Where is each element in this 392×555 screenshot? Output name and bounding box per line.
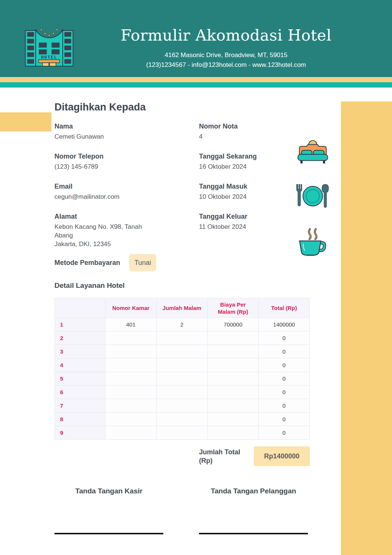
field-invoice-no: Nomor Nota 4 [199, 122, 310, 141]
col-header-total: Total (Rp) [259, 298, 310, 318]
table-cell-room[interactable] [106, 426, 157, 440]
cashier-signature-line [54, 533, 163, 534]
form-header: HOTEL Formulir Akomodasi Hotel 4162 Maso… [0, 0, 392, 77]
cashier-signature-block: Tanda Tangan Kasir [54, 487, 163, 534]
col-header-index [55, 298, 106, 318]
table-cell-nights[interactable] [157, 358, 208, 372]
payment-method-badge[interactable]: Tunai [129, 254, 156, 271]
grand-total-row: Jumlah Total (Rp) Rp1400000 [199, 446, 310, 466]
date-out-value: 11 Oktober 2024 [199, 222, 310, 231]
col-header-rate: Biaya Per Malam (Rp) [208, 298, 259, 318]
table-row: 3 0 [55, 345, 310, 358]
table-cell-rate[interactable] [208, 345, 259, 358]
services-table: Nomor Kamar Jumlah Malam Biaya Per Malam… [54, 298, 310, 440]
invoice-no-value: 4 [199, 132, 310, 141]
date-today-label: Tanggal Sekarang [199, 152, 310, 160]
hotel-accommodation-form: HOTEL Formulir Akomodasi Hotel 4162 Maso… [0, 0, 392, 555]
services-section-title: Detail Layanan Hotel [54, 281, 310, 290]
table-cell-rate[interactable] [208, 331, 259, 345]
date-in-label: Tanggal Masuk [199, 182, 310, 191]
logo-sign-text: HOTEL [41, 55, 57, 60]
field-address: Alamat Kebon Kacang No. X98, Tanah Abang… [54, 212, 199, 248]
row-number: 6 [55, 386, 106, 399]
row-number: 9 [55, 426, 106, 440]
table-cell-rate[interactable] [208, 358, 259, 372]
table-cell-rate[interactable] [208, 413, 259, 426]
table-cell-room[interactable] [106, 345, 157, 358]
table-cell-total: 0 [259, 345, 310, 358]
table-row: 6 0 [55, 386, 310, 399]
table-row: 5 0 [55, 372, 310, 386]
table-cell-room[interactable] [106, 331, 157, 345]
table-cell-rate[interactable] [208, 386, 259, 399]
table-cell-room[interactable] [106, 413, 157, 426]
table-cell-total: 0 [259, 426, 310, 440]
table-cell-total: 0 [259, 358, 310, 372]
field-date-in: Tanggal Masuk 10 Oktober 2024 [199, 182, 310, 201]
table-header-row: Nomor Kamar Jumlah Malam Biaya Per Malam… [55, 298, 310, 318]
address-value-line2: Jakarta, DKI, 12345 [54, 240, 157, 248]
right-accent-band [341, 101, 392, 555]
table-cell-rate[interactable] [208, 372, 259, 386]
table-cell-total: 0 [259, 331, 310, 345]
table-cell-rate[interactable] [208, 426, 259, 440]
divider-yellow [0, 77, 392, 82]
email-label: Email [54, 182, 199, 191]
customer-signature-line [199, 533, 308, 534]
table-cell-rate[interactable] [208, 399, 259, 413]
hotel-address: 4162 Masonic Drive, Broadview, MT, 59015 [60, 50, 392, 60]
customer-signature-block: Tanda Tangan Pelanggan [199, 487, 308, 534]
table-cell-total: 0 [259, 372, 310, 386]
table-cell-room[interactable] [106, 399, 157, 413]
page-title: Formulir Akomodasi Hotel [60, 26, 392, 44]
row-number: 8 [55, 413, 106, 426]
table-cell-room[interactable]: 401 [106, 318, 157, 331]
email-value: cegun@mailinator.com [54, 192, 199, 201]
table-cell-nights[interactable] [157, 413, 208, 426]
phone-label: Nomor Telepon [54, 152, 199, 160]
table-cell-nights[interactable] [157, 399, 208, 413]
col-header-room: Nomor Kamar [106, 298, 157, 318]
table-cell-nights[interactable] [157, 386, 208, 399]
field-date-out: Tanggal Keluar 11 Oktober 2024 [199, 212, 310, 248]
table-row: 1 401 2 700000 1400000 [55, 318, 310, 331]
row-number: 4 [55, 358, 106, 372]
table-cell-room[interactable] [106, 386, 157, 399]
field-email: Email cegun@mailinator.com [54, 182, 199, 201]
address-label: Alamat [54, 212, 199, 221]
table-cell-room[interactable] [106, 372, 157, 386]
table-row: 9 0 [55, 426, 310, 440]
row-number: 2 [55, 331, 106, 345]
col-header-nights: Jumlah Malam [157, 298, 208, 318]
table-cell-room[interactable] [106, 358, 157, 372]
table-row: 2 0 [55, 331, 310, 345]
address-value: Kebon Kacang No. X98, Tanah Abang Jakart… [54, 222, 157, 248]
row-number: 3 [55, 345, 106, 358]
row-number: 7 [55, 399, 106, 413]
date-today-value: 16 Oktober 2024 [199, 162, 310, 171]
row-number: 5 [55, 372, 106, 386]
customer-signature-label: Tanda Tangan Pelanggan [199, 487, 308, 495]
field-date-today: Tanggal Sekarang 16 Oktober 2024 [199, 152, 310, 171]
field-phone: Nomor Telepon (123) 145-6789 [54, 152, 199, 171]
table-cell-nights[interactable] [157, 345, 208, 358]
table-cell-nights[interactable] [157, 331, 208, 345]
table-cell-total: 0 [259, 413, 310, 426]
cashier-signature-label: Tanda Tangan Kasir [54, 487, 163, 495]
table-cell-total: 0 [259, 399, 310, 413]
table-cell-rate[interactable]: 700000 [208, 318, 259, 331]
table-cell-nights[interactable] [157, 372, 208, 386]
phone-value: (123) 145-6789 [54, 162, 199, 171]
table-row: 4 0 [55, 358, 310, 372]
payment-method-label: Metode Pembayaran [54, 259, 120, 267]
billing-fields: Nama Cemeti Gunawan Nomor Nota 4 Nomor T… [54, 122, 310, 248]
name-value: Cemeti Gunawan [54, 132, 199, 141]
table-cell-nights[interactable] [157, 426, 208, 440]
hotel-contact: (123)1234567 - info@123hotel.com - www.1… [60, 60, 392, 70]
row-number: 1 [55, 318, 106, 331]
billing-section-title: Ditagihkan Kepada [54, 101, 310, 113]
field-name: Nama Cemeti Gunawan [54, 122, 199, 141]
grand-total-label: Jumlah Total (Rp) [199, 448, 243, 465]
table-cell-nights[interactable]: 2 [157, 318, 208, 331]
divider-teal [0, 82, 392, 88]
